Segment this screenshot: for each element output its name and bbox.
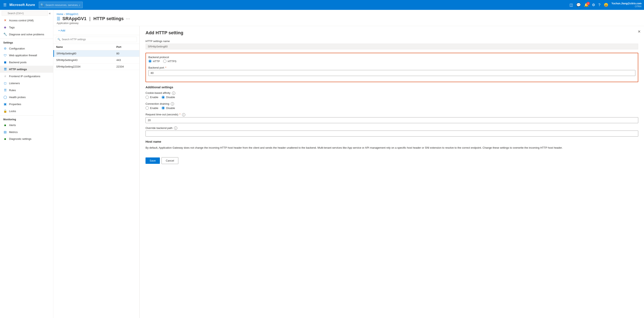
http-settings-name-input[interactable] (146, 44, 638, 50)
account-icon[interactable]: 😀 (604, 3, 608, 7)
cookie-affinity-info-icon[interactable]: i (172, 92, 175, 95)
title-divider: | (89, 16, 90, 21)
rules-icon: ☰ (3, 88, 7, 92)
sidebar-item-rules[interactable]: ☰ Rules (0, 87, 53, 94)
sidebar-item-alerts[interactable]: ■ Alerts (0, 122, 53, 128)
override-path-input[interactable] (146, 130, 638, 136)
listeners-icon: ◻ (3, 81, 7, 85)
split-view: + Add 🔍 Name Port (53, 26, 644, 318)
sidebar-search-input[interactable] (2, 11, 48, 16)
sidebar-item-listeners[interactable]: ◻ Listeners (0, 80, 53, 87)
request-timeout-info-icon[interactable]: i (182, 113, 185, 116)
table-header: Name Port (54, 44, 140, 50)
user-info: Yuchun.Jiang@citrix.com CITRIX (612, 2, 642, 8)
sidebar-item-diagnose[interactable]: 🔧 Diagnose and solve problems (0, 31, 53, 38)
connection-draining-info-icon[interactable]: i (171, 102, 174, 106)
global-search-input[interactable] (39, 2, 83, 8)
sidebar-item-http-settings[interactable]: ☰ HTTP settings (0, 66, 53, 73)
table-search-box: 🔍 (56, 37, 137, 42)
more-options-button[interactable]: ⋯ (126, 16, 130, 21)
sidebar-item-label: Listeners (9, 82, 20, 85)
sidebar-item-label: Tags (9, 26, 14, 29)
save-button[interactable]: Save (146, 158, 160, 164)
col-name: Name (54, 44, 114, 50)
cookie-disable-option[interactable]: Disable (162, 96, 175, 99)
protocol-http-radio[interactable] (148, 60, 152, 63)
drain-disable-radio[interactable] (162, 106, 165, 110)
panel-close-button[interactable]: ✕ (638, 29, 641, 34)
request-timeout-group: Request time-out (seconds) * i (146, 113, 638, 123)
metrics-icon: ▤ (3, 130, 7, 134)
sidebar-item-label: Backend pools (9, 61, 26, 64)
diagnose-icon: 🔧 (3, 32, 7, 36)
sidebar-item-health-probes[interactable]: ◯ Health probes (0, 94, 53, 100)
breadcrumb-sep1: › (64, 13, 65, 16)
table-row[interactable]: SRHttpSetting443 443 (54, 57, 140, 64)
backend-protocol-group: Backend protocol HTTP HTTPS (148, 56, 636, 63)
right-panel: Add HTTP setting ✕ HTTP settings name Ba… (140, 26, 644, 318)
sidebar-item-label: Locks (9, 110, 16, 113)
sidebar-item-label: Access control (IAM) (9, 19, 34, 22)
settings-icon[interactable]: ⚙ (592, 3, 595, 7)
backend-port-input[interactable] (148, 70, 636, 76)
protocol-http-label: HTTP (153, 60, 160, 63)
sidebar-top: 🔍 « (0, 10, 53, 17)
cookie-disable-radio[interactable] (162, 96, 165, 99)
sidebar-item-tags[interactable]: ◆ Tags (0, 24, 53, 31)
table-search-icon: 🔍 (58, 38, 60, 41)
sidebar-item-locks[interactable]: 🔒 Locks (0, 108, 53, 114)
cookie-disable-label: Disable (166, 96, 175, 99)
sidebar-item-waf[interactable]: 🛡 Web application firewall (0, 52, 53, 59)
cookie-enable-radio[interactable] (146, 96, 149, 99)
help-icon[interactable]: ? (598, 3, 600, 7)
override-path-group: Override backend path i (146, 126, 638, 137)
page-title-section: HTTP settings (94, 16, 124, 21)
sidebar-item-frontend-ip[interactable]: ◽ Frontend IP configurations (0, 73, 53, 80)
sidebar-item-configuration[interactable]: ⊝ Configuration (0, 45, 53, 52)
cookie-affinity-group: Cookie-based affinity i Enable Disable (146, 91, 638, 99)
host-name-section: Host name By default, Application Gatewa… (146, 140, 638, 150)
col-port: Port (114, 44, 139, 50)
drain-disable-option[interactable]: Disable (162, 106, 175, 110)
protocol-https-option[interactable]: HTTPS (163, 60, 176, 63)
drain-enable-radio[interactable] (146, 106, 149, 110)
http-settings-name-label: HTTP settings name (146, 40, 638, 43)
cookie-affinity-radio-group: Enable Disable (146, 96, 638, 99)
protocol-https-radio[interactable] (163, 60, 166, 63)
sidebar-collapse-button[interactable]: « (48, 11, 52, 16)
hamburger-icon[interactable]: ☰ (2, 2, 8, 8)
row-name: SRHttpSetting443 (54, 57, 114, 64)
feedback-icon[interactable]: 💬 (576, 3, 581, 7)
override-path-info-icon[interactable]: i (174, 126, 177, 130)
request-timeout-input[interactable] (146, 117, 638, 123)
monitoring-section-header: Monitoring (0, 116, 53, 122)
locks-icon: 🔒 (3, 109, 7, 113)
add-button[interactable]: + Add (57, 28, 67, 33)
table-body: SRHttpSetting80 80 SRHttpSetting443 443 … (54, 50, 140, 70)
sidebar-item-diagnostic[interactable]: ■ Diagnostic settings (0, 136, 53, 142)
menu-icon: ☰ (57, 16, 60, 21)
sidebar-item-metrics[interactable]: ▤ Metrics (0, 128, 53, 136)
sidebar-item-access-control[interactable]: ✕ Access control (IAM) (0, 17, 53, 24)
sidebar-item-backend-pools[interactable]: ◼ Backend pools (0, 59, 53, 66)
content-area: Home › SRAppGV1 ☰ SRAppGV1 | HTTP settin… (53, 10, 644, 318)
portal-icon[interactable]: ◫ (570, 3, 573, 7)
notification-icon[interactable]: 🔔 4 (584, 3, 588, 7)
drain-enable-option[interactable]: Enable (146, 106, 158, 110)
table-search-input[interactable] (56, 37, 137, 42)
sidebar-item-properties[interactable]: ▣ Properties (0, 100, 53, 108)
cancel-button[interactable]: Cancel (162, 157, 178, 164)
table-row[interactable]: SRHttpSetting22334 22334 (54, 64, 140, 70)
user-name: Yuchun.Jiang@citrix.com (612, 2, 642, 5)
cookie-enable-option[interactable]: Enable (146, 96, 158, 99)
topbar: ☰ Microsoft Azure 🔍 ◫ 💬 🔔 4 ⚙ ? 😀 Yuchun… (0, 0, 644, 10)
breadcrumb: Home › SRAppGV1 (57, 12, 641, 16)
protocol-http-option[interactable]: HTTP (148, 60, 160, 63)
breadcrumb-resource[interactable]: SRAppGV1 (66, 13, 78, 16)
table-row[interactable]: SRHttpSetting80 80 (54, 50, 140, 57)
sidebar-item-label: Metrics (9, 130, 18, 134)
backend-pools-icon: ◼ (3, 60, 7, 64)
breadcrumb-home[interactable]: Home (57, 13, 63, 16)
additional-settings-title: Additional settings (146, 86, 638, 89)
cookie-affinity-label: Cookie-based affinity i (146, 91, 638, 95)
